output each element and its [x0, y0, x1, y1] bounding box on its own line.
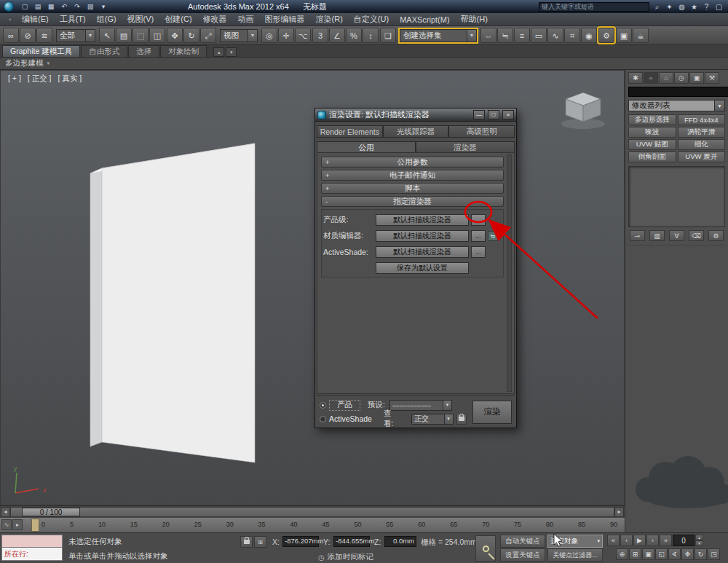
dialog-title-bar[interactable]: 渲染设置: 默认扫描线渲染器 — □ × [315, 109, 516, 122]
select-and-link-icon[interactable]: ∞ [3, 28, 19, 43]
graphite-ribbon-toggle-icon[interactable]: ▭ [531, 28, 547, 43]
modifier-button[interactable]: 细化 [678, 139, 726, 150]
mirror-icon[interactable]: ⇔ [480, 28, 496, 43]
subscription-center-icon[interactable]: ✦ [664, 1, 675, 12]
viewport-view-label[interactable]: [ 正交 ] [28, 74, 52, 84]
tab-render-elements[interactable]: Render Elements [317, 125, 383, 138]
rollout-header[interactable]: + 脚本 [321, 183, 504, 194]
activeshade-renderer-field[interactable]: 默认扫描线渲染器 [376, 246, 469, 258]
set-keys-button[interactable] [475, 535, 496, 562]
open-file-icon[interactable]: ▤ [32, 1, 44, 12]
current-frame-field[interactable]: 0 [673, 535, 695, 546]
viewport-shading-label[interactable]: [ 真实 ] [58, 74, 82, 84]
trackbar-options-button[interactable]: ▸ [12, 519, 23, 530]
bind-to-space-warp-icon[interactable]: ≋ [36, 28, 52, 43]
add-time-tag[interactable]: ◷ 添加时间标记 [318, 552, 373, 562]
listener-macro-recorder-pane[interactable] [1, 535, 63, 548]
redo-icon[interactable]: ↷ [71, 1, 83, 12]
spinner-down-icon[interactable]: ▾ [695, 540, 703, 546]
infocenter-search-input[interactable] [539, 2, 649, 12]
viewcube[interactable] [554, 88, 612, 132]
modifier-button[interactable]: 多边形选择 [628, 114, 676, 125]
workspace-dropdown-icon[interactable]: ▾ [98, 1, 109, 12]
curve-editor-icon[interactable]: ∿ [547, 28, 563, 43]
maxscript-mini-listener[interactable]: 所在行: [1, 535, 63, 561]
spinner-snap-icon[interactable]: ↕ [363, 28, 379, 43]
modifier-button[interactable]: 噪波 [628, 127, 676, 138]
menu-item[interactable]: 自定义(U) [349, 14, 394, 25]
selection-lock-toggle[interactable] [240, 536, 253, 548]
render-button[interactable]: 渲染 [472, 401, 512, 424]
motion-tab[interactable]: ◷ [674, 72, 689, 84]
layer-manager-icon[interactable]: ≡ [514, 28, 530, 43]
rendered-frame-window-icon[interactable]: ▣ [616, 28, 632, 43]
scene-box-object[interactable] [1, 71, 625, 506]
new-scene-icon[interactable]: ▢ [19, 1, 31, 12]
select-by-name-icon[interactable]: ▤ [116, 28, 132, 43]
configure-modifier-sets-icon[interactable]: ⚙ [708, 230, 724, 241]
pan-view-button[interactable]: ✥ [681, 548, 694, 560]
help-icon[interactable]: ? [701, 1, 712, 12]
menu-item[interactable]: MAXScript(M) [395, 14, 454, 25]
select-and-manipulate-icon[interactable]: ✛ [278, 28, 294, 43]
tab-freeform[interactable]: 自由形式 [81, 45, 127, 57]
align-icon[interactable]: ≒ [497, 28, 513, 43]
create-tab[interactable]: ✱ [628, 72, 643, 84]
go-to-end-button[interactable]: » [660, 535, 672, 546]
menu-item[interactable]: 组(G) [92, 14, 122, 25]
play-animation-button[interactable]: ▶ [633, 535, 646, 546]
modifier-button[interactable]: 涡轮平滑 [678, 127, 726, 138]
selected-objects-filter-dropdown[interactable]: 选定对象 ▾ [547, 535, 603, 548]
modifier-stack-view[interactable] [628, 166, 725, 227]
menu-item[interactable]: 工具(T) [55, 14, 91, 25]
y-coordinate-field[interactable]: -844.655mm [333, 536, 370, 547]
percent-snap-icon[interactable]: % [346, 28, 362, 43]
select-object-icon[interactable]: ↖ [99, 28, 115, 43]
named-selection-sets-dropdown[interactable]: 创建选择集 ▼ [400, 29, 477, 42]
zoom-button[interactable]: ⊕ [616, 548, 628, 560]
x-coordinate-field[interactable]: -876.207mm [282, 536, 319, 547]
use-pivot-point-center-icon[interactable]: ◎ [261, 28, 277, 43]
viewport-orthographic[interactable]: [ + ] [ 正交 ] [ 真实 ] x y [0, 70, 625, 505]
render-setup-button[interactable]: ⚙ [598, 28, 614, 43]
angle-snap-icon[interactable]: ∠ [329, 28, 345, 43]
modifier-button[interactable]: UVW 贴图 [628, 139, 676, 150]
zoom-all-button[interactable]: ⊞ [629, 548, 641, 560]
go-to-start-button[interactable]: « [607, 535, 620, 546]
production-radio-label[interactable]: 产品 [329, 400, 360, 411]
render-setup-dialog[interactable]: 渲染设置: 默认扫描线渲染器 — □ × Render Elements 光线跟… [314, 108, 517, 428]
snaps-toggle-icon[interactable]: 3 [312, 28, 328, 43]
orbit-button[interactable]: ↻ [695, 548, 707, 560]
select-and-scale-icon[interactable]: ⤢ [200, 28, 216, 43]
schematic-view-icon[interactable]: ⌗ [564, 28, 580, 43]
app-window-icon[interactable]: ▢ [713, 1, 724, 12]
keyboard-shortcut-override-icon[interactable]: ⌥ [295, 28, 311, 43]
utilities-tab[interactable]: ⚒ [705, 72, 719, 84]
menu-item[interactable]: 图形编辑器 [260, 14, 310, 25]
menu-item[interactable]: 修改器 [198, 14, 232, 25]
object-name-field[interactable] [628, 87, 728, 97]
tab-advanced-lighting[interactable]: 高级照明 [448, 125, 515, 138]
previous-frame-button[interactable]: ‹ [620, 535, 633, 546]
tab-object-paint[interactable]: 对象绘制 [160, 45, 207, 57]
menu-item[interactable]: 视图(V) [122, 14, 159, 25]
spinner-up-icon[interactable]: ▴ [695, 535, 703, 540]
production-browse-button[interactable]: ... [471, 214, 486, 226]
zoom-extents-button[interactable]: ▣ [642, 548, 654, 560]
material-editor-browse-button[interactable]: ... [471, 230, 486, 242]
selection-filter-dropdown[interactable]: 全部 ▼ [56, 29, 95, 42]
render-production-icon[interactable]: ☕ [633, 28, 649, 43]
open-mini-curve-editor-button[interactable]: ∿ [1, 519, 12, 530]
material-editor-icon[interactable]: ◉ [581, 28, 597, 43]
track-bar-ruler[interactable]: 051015202530354045505560657075808590 [24, 518, 625, 532]
save-file-icon[interactable]: ▦ [45, 1, 57, 12]
reference-coordinate-system-dropdown[interactable]: 视图 ▼ [220, 29, 258, 42]
save-as-defaults-button[interactable]: 保存为默认设置 [376, 262, 469, 274]
close-button[interactable]: × [502, 110, 514, 119]
material-editor-renderer-field[interactable]: 默认扫描线渲染器 [376, 230, 469, 242]
show-end-result-icon[interactable]: ▥ [649, 230, 665, 241]
select-and-move-icon[interactable]: ✥ [167, 28, 183, 43]
unlink-selection-icon[interactable]: ⊘ [20, 28, 36, 43]
next-frame-button[interactable]: › [646, 535, 659, 546]
time-slider-thumb[interactable]: 0 / 100 [22, 508, 80, 516]
